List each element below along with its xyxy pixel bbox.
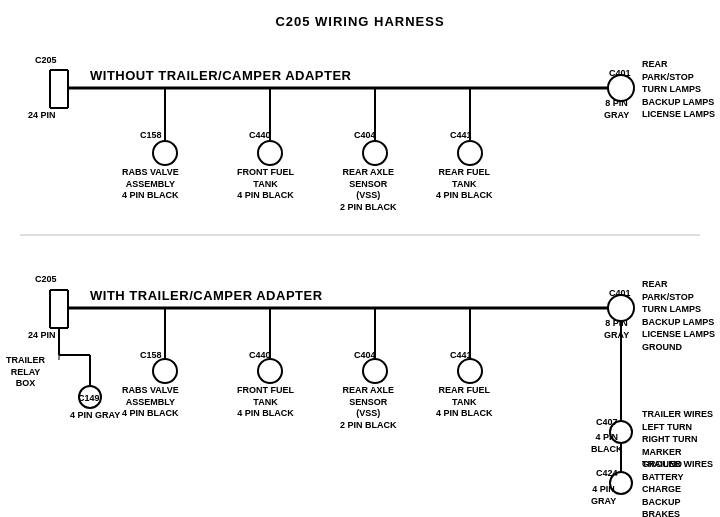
c441-1-label: C441 [450,130,472,142]
c401-2-label: C401 [609,288,631,300]
svg-point-13 [458,141,482,165]
c158-1-sublabel: RABS VALVEASSEMBLY4 PIN BLACK [122,167,179,202]
svg-point-9 [258,141,282,165]
trailer-relay-label: TRAILERRELAYBOX [6,355,45,390]
c441-2-sublabel: REAR FUELTANK4 PIN BLACK [436,385,493,420]
right-label-1: REAR PARK/STOPTURN LAMPSBACKUP LAMPSLICE… [642,58,720,121]
svg-point-11 [363,141,387,165]
c404-2-sublabel: REAR AXLESENSOR(VSS)2 PIN BLACK [340,385,397,432]
section2-label: WITH TRAILER/CAMPER ADAPTER [90,288,323,305]
c441-2-label: C441 [450,350,472,362]
c407-sublabel: 4 PINBLACK [591,432,623,455]
svg-point-28 [458,359,482,383]
c149-sublabel: 4 PIN GRAY [70,410,120,422]
svg-point-22 [153,359,177,383]
c401-1-label: C401 [609,68,631,80]
c441-1-sublabel: REAR FUELTANK4 PIN BLACK [436,167,493,202]
c401-2-sublabel: 8 PINGRAY [604,318,629,341]
c158-2-sublabel: RABS VALVEASSEMBLY4 PIN BLACK [122,385,179,420]
diagram: C205 WIRING HARNESS [0,0,720,517]
svg-point-26 [363,359,387,383]
c440-2-label: C440 [249,350,271,362]
c149-label: C149 [78,393,100,405]
c424-label: C424 [596,468,618,480]
c205-2-label: C205 [35,274,57,286]
c158-1-label: C158 [140,130,162,142]
c205-1-label: C205 [35,55,57,67]
c424-sublabel: 4 PINGRAY [591,484,616,507]
c440-1-sublabel: FRONT FUELTANK4 PIN BLACK [237,167,294,202]
svg-point-7 [153,141,177,165]
c440-1-label: C440 [249,130,271,142]
right-label-2a: REAR PARK/STOPTURN LAMPSBACKUP LAMPSLICE… [642,278,720,354]
c404-1-sublabel: REAR AXLESENSOR(VSS)2 PIN BLACK [340,167,397,214]
page-title: C205 WIRING HARNESS [0,6,720,29]
c158-2-label: C158 [140,350,162,362]
c440-2-sublabel: FRONT FUELTANK4 PIN BLACK [237,385,294,420]
right-label-2c: TRAILER WIRESBATTERY CHARGEBACKUPBRAKES [642,458,720,517]
svg-point-24 [258,359,282,383]
c407-label: C407 [596,417,618,429]
c205-2-sublabel: 24 PIN [28,330,56,342]
c401-1-sublabel: 8 PINGRAY [604,98,629,121]
c404-2-label: C404 [354,350,376,362]
c205-1-sublabel: 24 PIN [28,110,56,122]
c404-1-label: C404 [354,130,376,142]
section1-label: WITHOUT TRAILER/CAMPER ADAPTER [90,68,352,85]
